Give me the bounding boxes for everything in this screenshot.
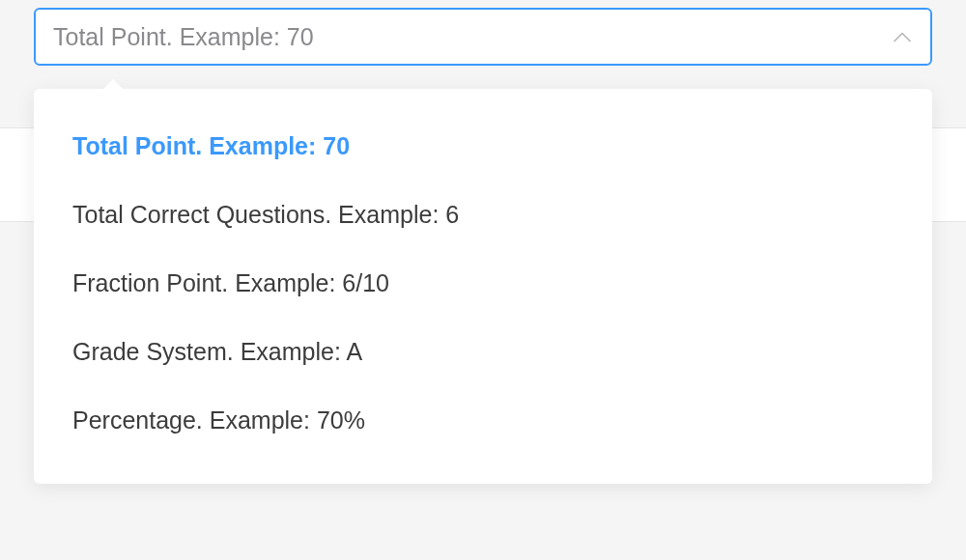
option-fraction-point[interactable]: Fraction Point. Example: 6/10 [34, 249, 932, 318]
option-label: Fraction Point. Example: 6/10 [72, 269, 389, 296]
option-grade-system[interactable]: Grade System. Example: A [34, 318, 932, 386]
option-label: Grade System. Example: A [72, 338, 362, 365]
option-label: Percentage. Example: 70% [72, 406, 365, 434]
chevron-up-icon [892, 26, 913, 47]
grading-type-select[interactable]: Total Point. Example: 70 [34, 8, 932, 66]
option-total-point[interactable]: Total Point. Example: 70 [34, 112, 932, 181]
select-value: Total Point. Example: 70 [53, 23, 892, 51]
option-total-correct-questions[interactable]: Total Correct Questions. Example: 6 [34, 181, 932, 249]
option-percentage[interactable]: Percentage. Example: 70% [34, 386, 932, 455]
select-container: Total Point. Example: 70 Total Point. Ex… [34, 8, 932, 66]
select-dropdown: Total Point. Example: 70 Total Correct Q… [34, 89, 932, 484]
option-label: Total Correct Questions. Example: 6 [72, 201, 459, 228]
option-label: Total Point. Example: 70 [72, 132, 350, 159]
